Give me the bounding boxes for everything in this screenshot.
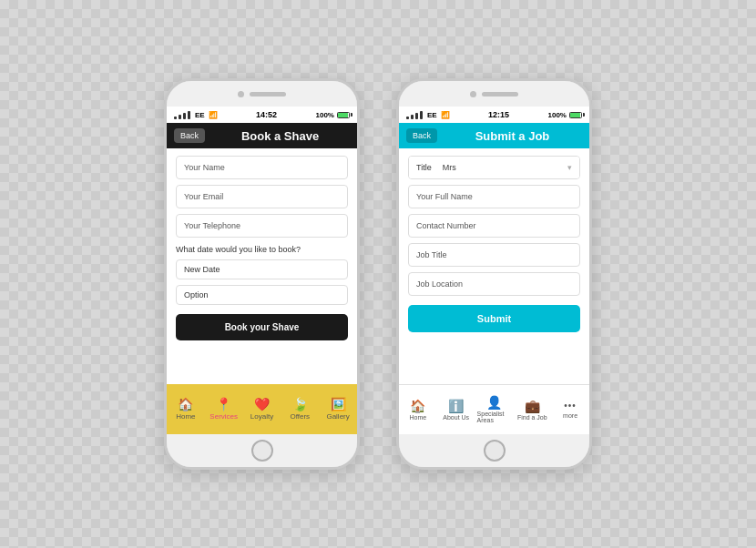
status-bar-2: EE 📶 12:15 100% [399, 107, 589, 123]
loyalty-icon: ❤️ [254, 398, 270, 411]
carrier-label-2: EE [427, 111, 437, 119]
wifi-icon: 📶 [209, 111, 218, 119]
battery-area-2: 100% [548, 111, 582, 119]
tab-find-job[interactable]: 💼 Find a Job [513, 385, 551, 434]
offers-icon: 🍃 [292, 398, 308, 411]
header-submit-job: Back Submit a Job [399, 123, 589, 148]
tab-home-2[interactable]: 🏠 Home [399, 385, 437, 434]
book-shave-form: Your Name Your Email Your Telephone What… [167, 148, 357, 384]
tab-bar-2: 🏠 Home ℹ️ About Us 👤 Specialist Areas 💼 … [399, 384, 589, 434]
tab-services-label: Services [209, 412, 238, 421]
status-bar-1: EE 📶 14:52 100% [167, 107, 357, 123]
time-display-1: 14:52 [256, 110, 277, 119]
wifi-icon-2: 📶 [441, 111, 450, 119]
submit-button[interactable]: Submit [408, 305, 580, 332]
tab-home-1[interactable]: 🏠 Home [167, 384, 205, 434]
phone-2-top [399, 81, 589, 107]
back-button-2[interactable]: Back [406, 128, 437, 143]
screen-1: Back Book a Shave Your Name Your Email Y… [167, 123, 357, 434]
speaker [250, 92, 286, 96]
tab-gallery-label: Gallery [326, 412, 349, 421]
services-icon: 📍 [216, 398, 231, 411]
fullname-input[interactable]: Your Full Name [408, 185, 580, 208]
tab-loyalty-label: Loyalty [250, 412, 273, 421]
title-label: Title [409, 157, 439, 178]
contact-input[interactable]: Contact Number [408, 214, 580, 238]
header-title-1: Book a Shave [210, 129, 350, 143]
specialist-icon: 👤 [486, 396, 502, 409]
home-button-1[interactable] [251, 440, 273, 462]
tab-specialist-areas[interactable]: 👤 Specialist Areas [475, 385, 514, 434]
carrier-label: EE [195, 111, 205, 119]
submit-job-form: Title Mrs ▾ Your Full Name Contact Numbe… [399, 148, 589, 384]
tab-more[interactable]: ••• more [551, 385, 589, 434]
tab-home-label-1: Home [176, 412, 195, 421]
header-title-2: Submit a Job [443, 129, 582, 143]
speaker-2 [482, 92, 518, 96]
phone-1-top [167, 81, 357, 107]
header-book-shave: Back Book a Shave [167, 123, 357, 148]
time-display-2: 12:15 [488, 110, 509, 119]
tab-about-us[interactable]: ℹ️ About Us [437, 385, 475, 434]
battery-pct-1: 100% [316, 111, 334, 119]
book-shave-button[interactable]: Book your Shave [176, 314, 348, 340]
home-button-2[interactable] [484, 440, 506, 462]
date-option-2[interactable]: Option [176, 285, 348, 305]
battery-pct-2: 100% [548, 111, 567, 119]
more-icon: ••• [564, 401, 577, 411]
tab-about-label: About Us [443, 414, 469, 421]
jobtitle-input[interactable]: Job Title [408, 243, 580, 267]
battery-area-1: 100% [316, 111, 350, 119]
camera-icon-2 [470, 91, 476, 97]
tab-services[interactable]: 📍 Services [205, 384, 243, 434]
screen-2: Back Submit a Job Title Mrs ▾ Your Full … [399, 123, 589, 434]
home-icon-2: 🏠 [410, 400, 425, 412]
tab-more-label: more [563, 412, 577, 419]
tab-bar-1: 🏠 Home 📍 Services ❤️ Loyalty 🍃 Offers 🖼️… [167, 384, 357, 434]
telephone-input[interactable]: Your Telephone [176, 214, 348, 238]
carrier-signal-2: EE 📶 [406, 111, 450, 119]
phone-2-bottom [399, 434, 589, 467]
about-icon: ℹ️ [448, 400, 464, 412]
tab-gallery[interactable]: 🖼️ Gallery [319, 384, 357, 434]
gallery-icon: 🖼️ [331, 398, 346, 411]
chevron-down-icon: ▾ [560, 157, 579, 178]
title-value: Mrs [439, 157, 560, 178]
tab-specialist-label: Specialist Areas [477, 411, 512, 423]
tab-home-label-2: Home [410, 414, 427, 421]
back-button-1[interactable]: Back [174, 128, 205, 143]
camera-icon [238, 91, 244, 97]
tab-offers[interactable]: 🍃 Offers [281, 384, 319, 434]
tab-loyalty[interactable]: ❤️ Loyalty [243, 384, 281, 434]
tab-find-job-label: Find a Job [517, 414, 547, 421]
date-question: What date would you like to book? [176, 245, 348, 254]
date-option-1[interactable]: New Date [176, 259, 348, 279]
tab-offers-label: Offers [290, 412, 310, 421]
job-icon: 💼 [525, 400, 540, 412]
phone-1-bottom [167, 434, 357, 467]
home-icon-1: 🏠 [178, 398, 193, 411]
email-input[interactable]: Your Email [176, 185, 348, 208]
joblocation-input[interactable]: Job Location [408, 272, 580, 296]
title-dropdown-row[interactable]: Title Mrs ▾ [408, 156, 580, 179]
carrier-signal: EE 📶 [174, 111, 218, 119]
phone-2: EE 📶 12:15 100% Back Submit a Job Title … [396, 78, 592, 470]
name-input[interactable]: Your Name [176, 156, 348, 179]
phone-1: EE 📶 14:52 100% Back Book a Shave Your N… [164, 78, 360, 470]
